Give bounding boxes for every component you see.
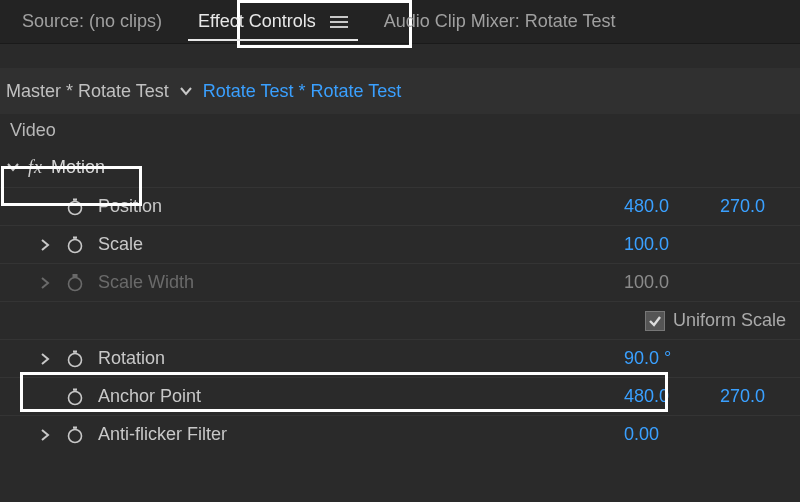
- chevron-down-icon[interactable]: [6, 160, 20, 174]
- master-clip-label: Master * Rotate Test: [6, 81, 169, 102]
- svg-rect-10: [73, 350, 77, 352]
- prop-position-x[interactable]: 480.0: [624, 196, 714, 217]
- prop-scale-label: Scale: [94, 234, 143, 255]
- prop-scale-width: Scale Width 100.0: [0, 263, 800, 301]
- prop-scale-width-label: Scale Width: [94, 272, 194, 293]
- svg-rect-4: [73, 236, 77, 238]
- uniform-scale-label: Uniform Scale: [673, 310, 786, 331]
- clip-path-row: Master * Rotate Test Rotate Test * Rotat…: [0, 68, 800, 114]
- uniform-scale-checkbox[interactable]: [645, 311, 665, 331]
- prop-scale: Scale 100.0: [0, 225, 800, 263]
- chevron-down-icon[interactable]: [177, 84, 195, 98]
- stopwatch-icon[interactable]: [62, 235, 88, 255]
- tab-source-label: Source: (no clips): [22, 11, 162, 32]
- tab-effect-controls[interactable]: Effect Controls: [182, 0, 364, 43]
- svg-point-3: [69, 239, 82, 252]
- prop-rotation: Rotation 90.0 °: [0, 339, 800, 377]
- prop-position: Position 480.0 270.0: [0, 187, 800, 225]
- prop-scale-width-value: 100.0: [624, 272, 714, 293]
- stopwatch-icon[interactable]: [62, 425, 88, 445]
- prop-anchor-label: Anchor Point: [94, 386, 201, 407]
- svg-rect-1: [73, 198, 77, 200]
- prop-anchor-y[interactable]: 270.0: [720, 386, 800, 407]
- tab-effect-controls-label: Effect Controls: [198, 11, 316, 32]
- hamburger-icon[interactable]: [330, 16, 348, 28]
- chevron-right-icon[interactable]: [34, 239, 56, 251]
- stopwatch-icon[interactable]: [62, 197, 88, 217]
- prop-scale-value[interactable]: 100.0: [624, 234, 714, 255]
- panel-tabbar: Source: (no clips) Effect Controls Audio…: [0, 0, 800, 44]
- prop-antiflicker: Anti-flicker Filter 0.00: [0, 415, 800, 453]
- prop-rotation-value[interactable]: 90.0 °: [624, 348, 714, 369]
- svg-point-15: [69, 429, 82, 442]
- chevron-right-icon: [34, 277, 56, 289]
- prop-uniform-scale: Uniform Scale: [0, 301, 800, 339]
- svg-point-0: [69, 201, 82, 214]
- section-video-label: Video: [0, 114, 800, 147]
- svg-point-9: [69, 353, 82, 366]
- chevron-right-icon[interactable]: [34, 429, 56, 441]
- selected-clip-label[interactable]: Rotate Test * Rotate Test: [203, 81, 401, 102]
- prop-rotation-label: Rotation: [94, 348, 165, 369]
- prop-anchor-x[interactable]: 480.0: [624, 386, 714, 407]
- tab-audio-mixer[interactable]: Audio Clip Mixer: Rotate Test: [368, 0, 632, 43]
- stopwatch-icon[interactable]: [62, 349, 88, 369]
- svg-rect-7: [73, 274, 77, 276]
- chevron-right-icon[interactable]: [34, 353, 56, 365]
- effect-motion-label: Motion: [51, 157, 105, 178]
- prop-antiflicker-value[interactable]: 0.00: [624, 424, 714, 445]
- svg-rect-16: [73, 426, 77, 428]
- prop-anchor-point: Anchor Point 480.0 270.0: [0, 377, 800, 415]
- prop-position-label: Position: [94, 196, 162, 217]
- svg-rect-13: [73, 388, 77, 390]
- stopwatch-icon: [62, 273, 88, 293]
- prop-position-y[interactable]: 270.0: [720, 196, 800, 217]
- tab-source[interactable]: Source: (no clips): [6, 0, 178, 43]
- svg-point-12: [69, 391, 82, 404]
- stopwatch-icon[interactable]: [62, 387, 88, 407]
- effect-motion-header[interactable]: fx Motion: [0, 147, 800, 187]
- svg-point-6: [69, 277, 82, 290]
- prop-antiflicker-label: Anti-flicker Filter: [94, 424, 227, 445]
- fx-icon[interactable]: fx: [28, 157, 43, 178]
- tab-audio-mixer-label: Audio Clip Mixer: Rotate Test: [384, 11, 616, 32]
